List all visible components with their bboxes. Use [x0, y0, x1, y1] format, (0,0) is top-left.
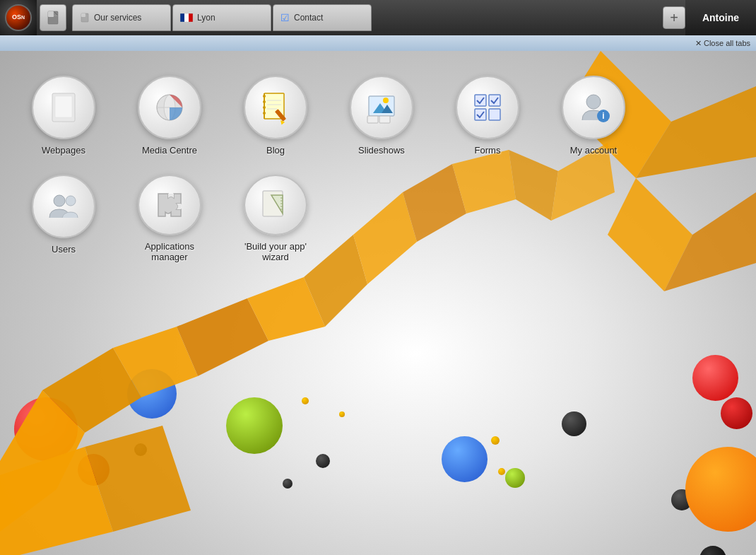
deco-ball-red-large: [14, 397, 78, 461]
flag-icon: [180, 13, 193, 22]
add-icon: +: [670, 10, 678, 26]
svg-point-36: [263, 95, 266, 98]
deco-ball-tiny4: [498, 468, 505, 475]
users-icon-circle: [32, 175, 95, 238]
deco-ball-tiny3: [491, 436, 500, 445]
close-all-tabs-button[interactable]: ✕ Close all tabs: [695, 39, 750, 48]
logo[interactable]: OSN: [0, 0, 37, 35]
users-icon: [45, 188, 82, 225]
deco-ball-tiny2: [339, 411, 345, 417]
build-app-wizard-label: 'Build your app' wizard: [240, 241, 311, 263]
svg-rect-7: [180, 13, 184, 22]
svg-rect-6: [81, 13, 85, 17]
svg-rect-52: [489, 95, 500, 106]
svg-text:i: i: [602, 111, 604, 121]
svg-rect-53: [475, 109, 486, 120]
app-webpages[interactable]: Webpages: [21, 72, 106, 164]
add-tab-button[interactable]: +: [663, 6, 685, 29]
header: OSN Our services Lyon: [0, 0, 756, 35]
deco-ball-black-small2: [316, 454, 330, 468]
wizard-icon: [257, 187, 294, 223]
deco-ball-tiny1: [302, 397, 309, 404]
blog-icon: [257, 89, 294, 126]
my-account-icon: i: [575, 89, 612, 126]
svg-point-55: [586, 95, 601, 109]
page-icon: [45, 10, 61, 25]
user-area: Antoine: [685, 0, 756, 35]
webpages-icon: [45, 89, 82, 126]
app-slideshows[interactable]: Slideshows: [339, 72, 424, 164]
icons-grid: Webpages Media Centre: [21, 72, 650, 263]
tabs-area: Our services Lyon ☑ Contact: [69, 0, 663, 35]
svg-rect-1: [48, 11, 54, 17]
puzzle-icon: [151, 187, 188, 223]
users-label: Users: [52, 244, 76, 255]
deco-ball-green-small: [505, 468, 525, 488]
app-forms[interactable]: Forms: [445, 72, 530, 164]
tab-contact-label: Contact: [294, 13, 323, 23]
svg-point-58: [54, 195, 65, 206]
tab-contact[interactable]: ☑ Contact: [273, 4, 372, 31]
svg-rect-8: [184, 13, 189, 22]
new-tab-button[interactable]: [40, 4, 66, 31]
forms-icon: [469, 89, 506, 126]
page-tab-icon: [80, 13, 90, 23]
app-media-centre[interactable]: Media Centre: [127, 72, 212, 164]
deco-ball-green: [226, 397, 283, 454]
app-my-account[interactable]: i My account: [551, 72, 636, 164]
media-centre-label: Media Centre: [142, 145, 197, 156]
webpages-label: Webpages: [42, 145, 85, 156]
main-area: Webpages Media Centre: [0, 51, 756, 555]
my-account-icon-circle: i: [562, 76, 625, 139]
tab-lyon[interactable]: Lyon: [172, 4, 271, 31]
applications-manager-label: Applications manager: [134, 241, 205, 263]
deco-ball-blue: [127, 369, 177, 419]
close-tabs-bar: ✕ Close all tabs: [0, 35, 756, 51]
blog-label: Blog: [266, 145, 285, 156]
app-applications-manager[interactable]: Applications manager: [127, 171, 212, 263]
svg-rect-29: [55, 96, 72, 117]
deco-ball-black-med: [562, 411, 586, 436]
deco-ball-black-small3: [283, 479, 293, 489]
username-label: Antoine: [702, 12, 739, 23]
check-icon: ☑: [280, 12, 290, 23]
media-icon: [151, 89, 188, 126]
app-build-app-wizard[interactable]: 'Build your app' wizard: [233, 171, 318, 263]
deco-ball-red-right2: [721, 397, 752, 429]
svg-point-48: [383, 98, 389, 103]
forms-label: Forms: [475, 145, 501, 156]
blog-icon-circle: [244, 76, 307, 139]
slideshows-icon: [363, 89, 400, 126]
my-account-label: My account: [570, 145, 617, 156]
svg-rect-50: [379, 116, 390, 123]
slideshows-icon-circle: [350, 76, 413, 139]
build-app-icon-circle: [244, 175, 307, 235]
tab-services[interactable]: Our services: [72, 4, 171, 31]
app-users[interactable]: Users: [21, 171, 106, 263]
deco-ball-red-right: [692, 355, 738, 401]
deco-ball-blue2: [442, 436, 488, 482]
applications-manager-icon-circle: [138, 175, 201, 235]
svg-rect-9: [189, 13, 193, 22]
svg-point-59: [66, 196, 76, 206]
svg-point-37: [263, 100, 266, 103]
logo-icon: OSN: [5, 4, 32, 31]
svg-point-38: [263, 106, 266, 109]
svg-rect-49: [367, 116, 378, 123]
deco-ball-black-small1: [134, 443, 147, 456]
deco-ball-dark-red: [78, 454, 110, 486]
webpages-icon-circle: [32, 76, 95, 139]
svg-rect-54: [489, 109, 500, 120]
app-blog[interactable]: Blog: [233, 72, 318, 164]
media-icon-circle: [138, 76, 201, 139]
tab-lyon-label: Lyon: [197, 13, 215, 23]
tab-services-label: Our services: [94, 13, 141, 23]
forms-icon-circle: [456, 76, 519, 139]
svg-point-39: [263, 112, 266, 115]
close-tabs-label: ✕ Close all tabs: [695, 39, 750, 48]
slideshows-label: Slideshows: [358, 145, 405, 156]
svg-rect-51: [475, 95, 486, 106]
